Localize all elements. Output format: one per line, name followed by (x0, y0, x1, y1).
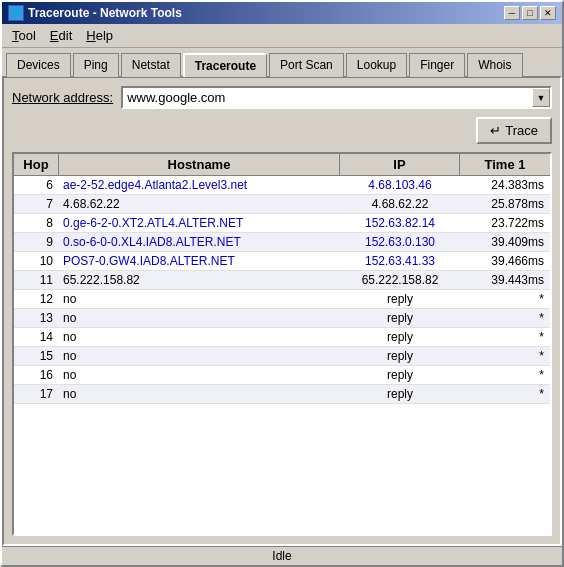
cell-time: * (460, 366, 550, 384)
tab-whois[interactable]: Whois (467, 53, 522, 77)
close-button[interactable]: ✕ (540, 6, 556, 20)
cell-hop: 8 (14, 214, 59, 232)
app-icon: 🌐 (8, 5, 24, 21)
cell-hop: 7 (14, 195, 59, 213)
col-ip: IP (340, 154, 460, 175)
cell-hostname: no (59, 385, 340, 403)
address-dropdown-button[interactable]: ▼ (532, 88, 550, 107)
menu-tool[interactable]: Tool (6, 26, 42, 45)
tab-netstat[interactable]: Netstat (121, 53, 181, 77)
title-bar-left: 🌐 Traceroute - Network Tools (8, 5, 182, 21)
table-row: 12 no reply * (14, 290, 550, 309)
cell-hostname: no (59, 290, 340, 308)
menu-help[interactable]: Help (80, 26, 119, 45)
col-hostname: Hostname (59, 154, 340, 175)
cell-ip: 65.222.158.82 (340, 271, 460, 289)
table-row: 15 no reply * (14, 347, 550, 366)
status-text: Idle (272, 549, 291, 563)
cell-hop: 10 (14, 252, 59, 270)
address-label: Network address: (12, 90, 113, 105)
cell-ip: 152.63.41.33 (340, 252, 460, 270)
trace-button-label: Trace (505, 123, 538, 138)
cell-time: 25.878ms (460, 195, 550, 213)
cell-ip: reply (340, 385, 460, 403)
cell-time: * (460, 347, 550, 365)
cell-hostname: 4.68.62.22 (59, 195, 340, 213)
results-table: Hop Hostname IP Time 1 6 ae-2-52.edge4.A… (12, 152, 552, 536)
cell-hop: 17 (14, 385, 59, 403)
menu-edit[interactable]: Edit (44, 26, 78, 45)
cell-time: * (460, 328, 550, 346)
table-row: 7 4.68.62.22 4.68.62.22 25.878ms (14, 195, 550, 214)
menu-bar: Tool Edit Help (2, 24, 562, 48)
cell-hostname: no (59, 347, 340, 365)
table-row: 9 0.so-6-0-0.XL4.IAD8.ALTER.NET 152.63.0… (14, 233, 550, 252)
cell-hostname: no (59, 309, 340, 327)
cell-hostname: 0.ge-6-2-0.XT2.ATL4.ALTER.NET (59, 214, 340, 232)
tab-portscan[interactable]: Port Scan (269, 53, 344, 77)
tab-finger[interactable]: Finger (409, 53, 465, 77)
trace-btn-container: ↵ Trace (12, 117, 552, 144)
cell-hop: 9 (14, 233, 59, 251)
col-time: Time 1 (460, 154, 550, 175)
tab-lookup[interactable]: Lookup (346, 53, 407, 77)
cell-ip: reply (340, 290, 460, 308)
trace-icon: ↵ (490, 123, 501, 138)
tab-ping[interactable]: Ping (73, 53, 119, 77)
table-row: 17 no reply * (14, 385, 550, 404)
maximize-button[interactable]: □ (522, 6, 538, 20)
window-title: Traceroute - Network Tools (28, 6, 182, 20)
cell-time: 23.722ms (460, 214, 550, 232)
col-hop: Hop (14, 154, 59, 175)
cell-hop: 16 (14, 366, 59, 384)
cell-time: 39.466ms (460, 252, 550, 270)
cell-time: 39.443ms (460, 271, 550, 289)
table-body[interactable]: 6 ae-2-52.edge4.Atlanta2.Level3.net 4.68… (14, 176, 550, 534)
cell-ip: 152.63.0.130 (340, 233, 460, 251)
cell-ip: 4.68.62.22 (340, 195, 460, 213)
table-row: 13 no reply * (14, 309, 550, 328)
status-bar: Idle (2, 546, 562, 565)
cell-ip: reply (340, 366, 460, 384)
cell-time: * (460, 385, 550, 403)
table-row: 10 POS7-0.GW4.IAD8.ALTER.NET 152.63.41.3… (14, 252, 550, 271)
cell-hostname: POS7-0.GW4.IAD8.ALTER.NET (59, 252, 340, 270)
cell-time: 39.409ms (460, 233, 550, 251)
cell-hop: 12 (14, 290, 59, 308)
title-bar: 🌐 Traceroute - Network Tools ─ □ ✕ (2, 2, 562, 24)
cell-time: * (460, 290, 550, 308)
table-row: 6 ae-2-52.edge4.Atlanta2.Level3.net 4.68… (14, 176, 550, 195)
cell-hostname: ae-2-52.edge4.Atlanta2.Level3.net (59, 176, 340, 194)
content-area: Network address: ▼ ↵ Trace Hop Hostname … (2, 76, 562, 546)
tab-traceroute[interactable]: Traceroute (183, 53, 267, 77)
table-row: 16 no reply * (14, 366, 550, 385)
cell-hop: 11 (14, 271, 59, 289)
minimize-button[interactable]: ─ (504, 6, 520, 20)
cell-hostname: 65.222.158.82 (59, 271, 340, 289)
cell-hostname: no (59, 328, 340, 346)
cell-time: * (460, 309, 550, 327)
cell-hostname: 0.so-6-0-0.XL4.IAD8.ALTER.NET (59, 233, 340, 251)
cell-ip: reply (340, 328, 460, 346)
cell-hostname: no (59, 366, 340, 384)
address-input-container: ▼ (121, 86, 552, 109)
table-row: 14 no reply * (14, 328, 550, 347)
cell-hop: 6 (14, 176, 59, 194)
address-row: Network address: ▼ (12, 86, 552, 109)
table-row: 8 0.ge-6-2-0.XT2.ATL4.ALTER.NET 152.63.8… (14, 214, 550, 233)
cell-ip: 4.68.103.46 (340, 176, 460, 194)
cell-time: 24.383ms (460, 176, 550, 194)
tabs-container: Devices Ping Netstat Traceroute Port Sca… (2, 48, 562, 76)
cell-ip: 152.63.82.14 (340, 214, 460, 232)
table-row: 11 65.222.158.82 65.222.158.82 39.443ms (14, 271, 550, 290)
cell-hop: 15 (14, 347, 59, 365)
cell-hop: 13 (14, 309, 59, 327)
cell-ip: reply (340, 347, 460, 365)
trace-button[interactable]: ↵ Trace (476, 117, 552, 144)
title-buttons: ─ □ ✕ (504, 6, 556, 20)
cell-ip: reply (340, 309, 460, 327)
cell-hop: 14 (14, 328, 59, 346)
tab-devices[interactable]: Devices (6, 53, 71, 77)
main-window: 🌐 Traceroute - Network Tools ─ □ ✕ Tool … (0, 0, 564, 567)
address-input[interactable] (123, 88, 532, 107)
